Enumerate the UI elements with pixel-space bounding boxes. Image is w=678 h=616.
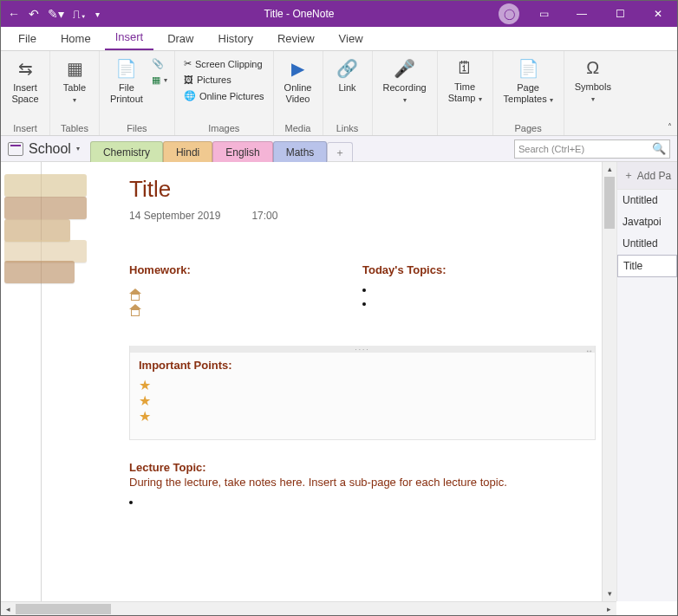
homework-heading[interactable]: Homework: <box>129 263 362 276</box>
pictures-button[interactable]: 🖼Pictures <box>182 73 266 87</box>
spreadsheet-button[interactable]: ▦▾ <box>150 73 169 88</box>
chevron-down-icon: ▾ <box>76 145 80 152</box>
time-stamp-button[interactable]: 🗓Time Stamp ▾ <box>443 55 487 107</box>
horizontal-scrollbar[interactable]: ◂ ▸ <box>1 601 616 616</box>
scroll-thumb[interactable] <box>16 604 111 614</box>
page-list-item[interactable]: Javatpoi <box>617 211 677 233</box>
tab-home[interactable]: Home <box>50 27 101 50</box>
touch-icon[interactable]: ⎍▾ <box>73 7 87 21</box>
file-attach-button[interactable]: 📎 <box>150 56 169 71</box>
search-placeholder: Search (Ctrl+E) <box>518 144 584 154</box>
scroll-thumb[interactable] <box>604 177 615 229</box>
house-icon <box>129 289 141 301</box>
vertical-scrollbar[interactable]: ▴ ▾ <box>602 162 616 601</box>
list-item[interactable] <box>375 283 596 295</box>
search-icon: 🔍 <box>652 142 666 155</box>
tab-insert[interactable]: Insert <box>105 25 154 50</box>
lecture-list[interactable] <box>141 496 596 508</box>
ribbon-display-icon[interactable]: ▭ <box>525 1 563 27</box>
star-icon: ★ <box>139 394 586 408</box>
pin-icon[interactable]: ✎▾ <box>48 7 64 21</box>
tab-draw[interactable]: Draw <box>157 27 204 50</box>
close-icon[interactable]: ✕ <box>639 1 677 27</box>
section-tab-chemistry[interactable]: Chemistry <box>90 141 163 163</box>
screen-clipping-button[interactable]: ✂Screen Clipping <box>182 56 266 71</box>
group-images: Images <box>208 121 239 135</box>
scroll-right-icon[interactable]: ▸ <box>602 605 616 613</box>
add-section-button[interactable]: ＋ <box>327 142 353 163</box>
decorative-books-image <box>4 169 87 290</box>
page-list-item[interactable]: Untitled <box>617 233 677 255</box>
online-video-button[interactable]: ▶Online Video <box>279 55 317 107</box>
lecture-topic-text[interactable]: During the lecture, take notes here. Ins… <box>129 476 596 489</box>
section-tab-hindi[interactable]: Hindi <box>163 141 212 163</box>
group-links: Links <box>336 121 359 135</box>
collapse-ribbon-icon[interactable]: ˄ <box>668 122 672 132</box>
important-points-heading[interactable]: Important Points: <box>139 359 586 372</box>
scroll-down-icon[interactable]: ▾ <box>603 587 616 601</box>
minimize-icon[interactable]: — <box>563 1 601 27</box>
add-page-button[interactable]: ＋Add Pa <box>617 162 677 190</box>
search-input[interactable]: Search (Ctrl+E) 🔍 <box>514 139 670 159</box>
back-icon[interactable]: ← <box>8 7 20 21</box>
recording-button[interactable]: 🎤Recording▾ <box>378 55 432 107</box>
page-list-item[interactable]: Title <box>617 255 677 277</box>
page-title[interactable]: Title <box>129 176 596 203</box>
file-printout-button[interactable]: 📄File Printout <box>105 55 148 107</box>
notebook-name: School <box>29 141 71 157</box>
page-time[interactable]: 17:00 <box>251 210 277 222</box>
container-grip[interactable]: ···· <box>130 346 595 353</box>
undo-icon[interactable]: ↶ <box>29 7 39 21</box>
group-pages: Pages <box>515 121 542 135</box>
titlebar: ← ↶ ✎▾ ⎍▾ ▾ Title - OneNote ◯ ▭ — ☐ ✕ <box>1 1 677 27</box>
group-recording <box>403 121 406 135</box>
account-avatar[interactable]: ◯ <box>499 3 519 24</box>
plus-icon: ＋ <box>623 168 634 183</box>
list-item[interactable] <box>375 297 596 309</box>
ribbon-tabs: File Home Insert Draw History Review Vie… <box>1 27 677 51</box>
page-date[interactable]: 14 September 2019 <box>129 210 220 222</box>
star-icon: ★ <box>139 410 586 424</box>
house-icon <box>129 304 141 316</box>
group-timestamp <box>464 121 466 135</box>
page-canvas[interactable]: ↗ Title 14 September 2019 17:00 Homework… <box>1 162 616 601</box>
group-files: Files <box>127 121 147 135</box>
table-button[interactable]: ▦Table▾ <box>55 55 94 107</box>
group-insert: Insert <box>13 121 37 135</box>
lecture-topic-heading[interactable]: Lecture Topic: <box>129 461 596 474</box>
important-points-container[interactable]: ···· ↔ Important Points: ★ ★ ★ <box>129 346 596 440</box>
scroll-up-icon[interactable]: ▴ <box>603 162 616 177</box>
notebook-selector[interactable]: School ▾ <box>8 141 87 157</box>
section-tab-english[interactable]: English <box>212 141 272 163</box>
symbols-button[interactable]: ΩSymbols▾ <box>570 55 616 107</box>
link-button[interactable]: 🔗Link <box>329 55 367 97</box>
maximize-icon[interactable]: ☐ <box>601 1 639 27</box>
window-title: Title - OneNote <box>100 8 499 20</box>
page-templates-button[interactable]: 📄Page Templates ▾ <box>499 55 558 107</box>
insert-space-button[interactable]: ⇆Insert Space <box>6 55 44 107</box>
ribbon: ⇆Insert Space Insert ▦Table▾ Tables 📄Fil… <box>1 51 677 136</box>
section-tab-maths[interactable]: Maths <box>273 141 328 163</box>
group-tables: Tables <box>61 121 88 135</box>
scroll-left-icon[interactable]: ◂ <box>1 605 16 613</box>
star-icon: ★ <box>139 379 586 392</box>
page-list-item[interactable]: Untitled <box>617 190 677 211</box>
notebook-icon <box>8 142 23 156</box>
online-pictures-button[interactable]: 🌐Online Pictures <box>182 88 266 103</box>
tab-history[interactable]: History <box>208 27 264 50</box>
notebook-bar: School ▾ Chemistry Hindi English Maths ＋… <box>1 136 677 162</box>
todays-topics-list[interactable] <box>375 283 596 309</box>
list-item[interactable] <box>141 496 596 508</box>
todays-topics-heading[interactable]: Today's Topics: <box>362 263 596 276</box>
tab-file[interactable]: File <box>8 27 47 50</box>
tab-view[interactable]: View <box>329 27 374 50</box>
customize-qat-icon[interactable]: ▾ <box>95 10 100 19</box>
tab-review[interactable]: Review <box>267 27 325 50</box>
page-list-panel: ＋Add Pa Untitled Javatpoi Untitled Title <box>616 162 677 601</box>
group-media: Media <box>285 121 311 135</box>
group-symbols <box>591 121 594 135</box>
container-resize-icon[interactable]: ↔ <box>585 347 593 355</box>
